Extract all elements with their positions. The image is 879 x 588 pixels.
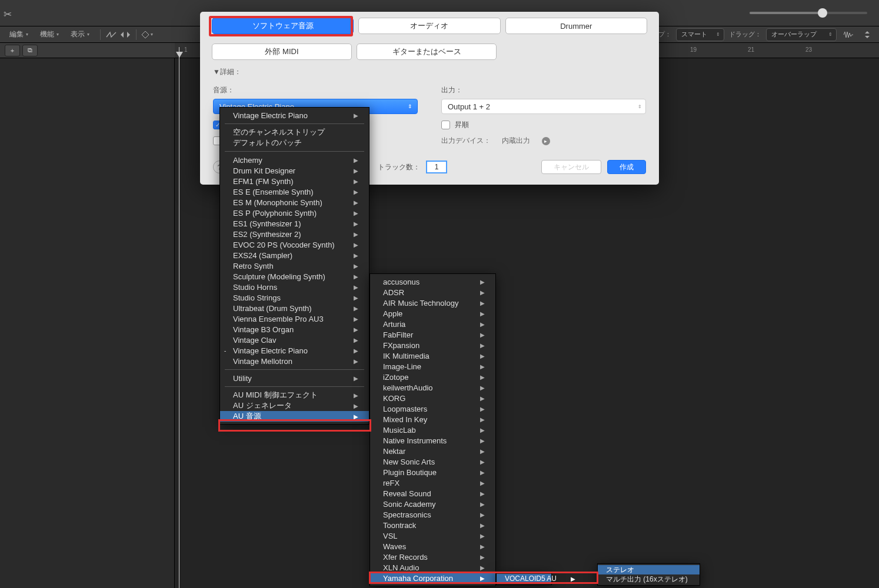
tab-guitar-bass[interactable]: ギターまたはベース — [357, 44, 497, 60]
menu-item[interactable]: Mixed In Key▶ — [370, 414, 495, 425]
output-select[interactable]: Output 1 + 2⇕ — [441, 99, 646, 114]
ascending-checkbox[interactable] — [441, 121, 450, 129]
edit-menu[interactable]: 編集▾ — [5, 28, 33, 41]
menu-item[interactable]: KORG▶ — [370, 393, 495, 403]
manufacturer-menu: accusonus▶ADSR▶AIR Music Technology▶Appl… — [369, 273, 496, 586]
menu-item[interactable]: Vintage Mellotron▶ — [220, 356, 369, 366]
menu-item[interactable]: Studio Horns▶ — [220, 282, 369, 292]
output-label: 出力： — [441, 85, 646, 95]
detail-toggle[interactable]: ▼詳細： — [200, 65, 659, 79]
menu-item[interactable]: Vintage B3 Organ▶ — [220, 324, 369, 335]
output-device-value: 内蔵出力 — [502, 136, 530, 146]
create-button[interactable]: 作成 — [607, 160, 646, 174]
menu-item[interactable]: Alchemy▶ — [220, 155, 369, 165]
menu-item[interactable]: Apple▶ — [370, 308, 495, 319]
menu-item[interactable]: accusonus▶ — [370, 276, 495, 287]
menu-item[interactable]: Loopmasters▶ — [370, 403, 495, 414]
ascending-label: 昇順 — [455, 120, 469, 130]
tool-marker-icon[interactable]: ▾ — [140, 28, 154, 41]
instrument-label: 音源： — [213, 85, 418, 95]
menu-item[interactable]: ES M (Monophonic Synth)▶ — [220, 197, 369, 208]
menu-item[interactable]: IK Multimedia▶ — [370, 350, 495, 361]
instrument-menu: Vintage Electric Piano▶ 空のチャンネルストリップ デフォ… — [219, 107, 369, 425]
menu-item[interactable]: reFX▶ — [370, 477, 495, 488]
menu-item[interactable]: EXS24 (Sampler)▶ — [220, 250, 369, 260]
tab-drummer[interactable]: Drummer — [505, 18, 647, 34]
menu-item-au-instrument[interactable]: AU 音源▶ — [220, 411, 369, 422]
menu-item-au-generator[interactable]: AU ジェネレータ▶ — [220, 400, 369, 411]
snap-select[interactable]: スマート⇕ — [676, 28, 724, 41]
menu-item[interactable]: EFM1 (FM Synth)▶ — [220, 176, 369, 186]
zoom-knob[interactable] — [818, 8, 827, 18]
track-count-label: トラック数： — [378, 162, 420, 172]
tab-audio[interactable]: オーディオ — [358, 18, 500, 34]
menu-item[interactable]: Studio Strings▶ — [220, 292, 369, 303]
menu-item[interactable]: ADSR▶ — [370, 287, 495, 298]
automation-curve-icon[interactable] — [104, 28, 118, 41]
menu-item[interactable]: XLN Audio▶ — [370, 562, 495, 573]
output-config-menu: ステレオ マルチ出力 (16xステレオ) — [597, 563, 700, 586]
menu-item-current[interactable]: Vintage Electric Piano▶ — [220, 110, 369, 121]
drag-select[interactable]: オーバーラップ⇕ — [766, 28, 837, 41]
menu-item[interactable]: MusicLab▶ — [370, 425, 495, 435]
menu-item[interactable]: FXpansion▶ — [370, 340, 495, 350]
drag-label: ドラッグ： — [729, 30, 761, 39]
menu-item[interactable]: Toontrack▶ — [370, 520, 495, 530]
output-device-label: 出力デバイス： — [441, 136, 491, 146]
menu-item[interactable]: Yamaha Corporation▶ — [370, 573, 495, 583]
menu-item[interactable]: FabFilter▶ — [370, 329, 495, 340]
duplicate-track-icon[interactable]: ⧉ — [22, 45, 38, 56]
menu-item-stereo[interactable]: ステレオ — [598, 565, 700, 574]
tab-software-instrument[interactable]: ソフトウェア音源 — [212, 18, 354, 34]
menu-item[interactable]: VSL▶ — [370, 530, 495, 541]
menu-item[interactable]: Spectrasonics▶ — [370, 509, 495, 520]
menu-item[interactable]: Drum Kit Designer▶ — [220, 165, 369, 176]
menu-item-empty-strip[interactable]: 空のチャンネルストリップ — [220, 127, 369, 138]
menu-item[interactable]: -Vintage Electric Piano▶ — [220, 345, 369, 356]
menu-item[interactable]: ES2 (Synthesizer 2)▶ — [220, 229, 369, 239]
menu-item[interactable]: Sculpture (Modeling Synth)▶ — [220, 271, 369, 282]
menu-item[interactable]: Image-Line▶ — [370, 361, 495, 372]
menu-item-vocaloid5[interactable]: VOCALOID5 AU▶ — [497, 574, 551, 583]
menu-item[interactable]: ES E (Ensemble Synth)▶ — [220, 186, 369, 197]
menu-item[interactable]: Vienna Ensemble Pro AU3▶ — [220, 313, 369, 324]
menu-item-utility[interactable]: Utility▶ — [220, 373, 369, 383]
zoom-slider[interactable] — [750, 7, 867, 19]
tab-external-midi[interactable]: 外部 MIDI — [212, 44, 352, 60]
menu-item[interactable]: Vintage Clav▶ — [220, 335, 369, 345]
menu-item[interactable]: ES1 (Synthesizer 1)▶ — [220, 218, 369, 229]
menu-item[interactable]: Arturia▶ — [370, 319, 495, 329]
menu-item[interactable]: Sonic Academy▶ — [370, 499, 495, 509]
menu-item[interactable]: keilwerthAudio▶ — [370, 382, 495, 393]
menu-item[interactable]: EVOC 20 PS (Vocoder Synth)▶ — [220, 239, 369, 250]
track-list-panel — [0, 58, 175, 588]
function-menu[interactable]: 機能▾ — [35, 28, 64, 41]
plugin-menu: VOCALOID5 AU▶ — [496, 572, 552, 585]
vert-zoom-icon[interactable] — [860, 28, 874, 41]
menu-item-default-patch[interactable]: デフォルトのパッチ — [220, 138, 369, 148]
playhead[interactable] — [179, 47, 179, 588]
menu-item[interactable]: Nektar▶ — [370, 446, 495, 456]
output-device-arrow-icon[interactable]: ▸ — [542, 137, 550, 145]
track-count-input[interactable] — [426, 161, 447, 173]
menu-item[interactable]: AIR Music Technology▶ — [370, 298, 495, 308]
playhead-handle-icon[interactable] — [176, 52, 183, 58]
menu-item[interactable]: ES P (Polyphonic Synth)▶ — [220, 208, 369, 218]
menu-item[interactable]: Ultrabeat (Drum Synth)▶ — [220, 303, 369, 313]
menu-item[interactable]: iZotope▶ — [370, 372, 495, 382]
waveform-zoom-icon[interactable] — [841, 28, 855, 41]
menu-item[interactable]: Xfer Records▶ — [370, 552, 495, 562]
menu-item[interactable]: Waves▶ — [370, 541, 495, 552]
catch-icon[interactable] — [118, 28, 132, 41]
menu-item[interactable]: Retro Synth▶ — [220, 260, 369, 271]
cancel-button[interactable]: キャンセル — [541, 160, 601, 174]
menu-item[interactable]: New Sonic Arts▶ — [370, 456, 495, 467]
scissors-icon[interactable]: ✂ — [4, 8, 12, 21]
menu-item[interactable]: Reveal Sound▶ — [370, 488, 495, 499]
add-track-icon[interactable]: + — [5, 45, 20, 56]
menu-item[interactable]: Plugin Boutique▶ — [370, 467, 495, 477]
menu-item-multi-out[interactable]: マルチ出力 (16xステレオ) — [598, 574, 700, 584]
menu-item-au-midi[interactable]: AU MIDI 制御エフェクト▶ — [220, 390, 369, 400]
view-menu[interactable]: 表示▾ — [66, 28, 94, 41]
menu-item[interactable]: Native Instruments▶ — [370, 435, 495, 446]
